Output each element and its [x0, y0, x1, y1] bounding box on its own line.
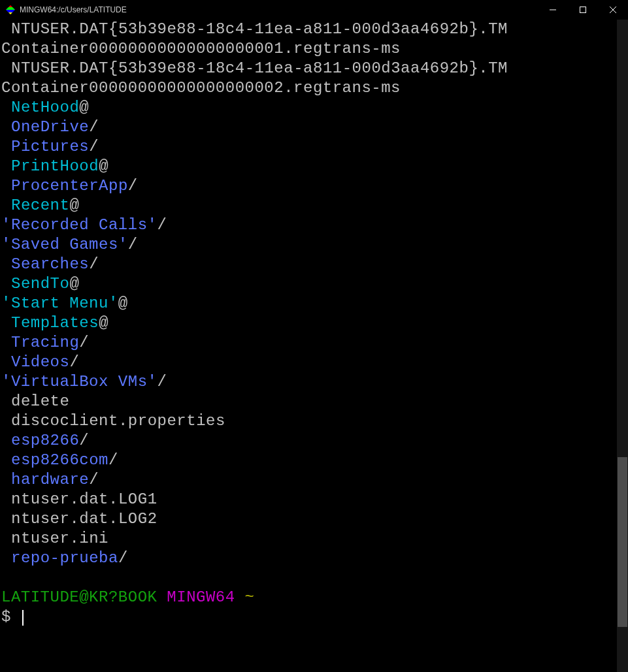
window-title: MINGW64:/c/Users/LATITUDE	[20, 5, 538, 14]
scrollbar-thumb[interactable]	[618, 457, 627, 627]
prompt-user-host: LATITUDE@KR?BOOK	[1, 588, 157, 606]
terminal-text: Videos	[11, 353, 69, 371]
terminal-text: ProcenterApp	[11, 177, 128, 195]
prompt-symbol: $	[1, 608, 21, 626]
terminal-line: Container00000000000000000002.regtrans-m…	[1, 78, 628, 98]
terminal-output[interactable]: NTUSER.DAT{53b39e88-18c4-11ea-a811-000d3…	[0, 20, 628, 672]
terminal-line: Videos/	[1, 353, 628, 372]
terminal-line: NetHood@	[1, 98, 628, 118]
terminal-line: ntuser.dat.LOG1	[1, 490, 628, 509]
terminal-text: @	[99, 314, 108, 332]
terminal-text: @	[118, 295, 128, 312]
terminal-text: @	[79, 99, 89, 116]
terminal-text: NTUSER.DAT{53b39e88-18c4-11ea-a811-000d3…	[11, 59, 508, 77]
terminal-line: esp8266/	[1, 431, 628, 451]
terminal-text: NetHood	[11, 99, 79, 116]
terminal-text: /	[69, 353, 79, 371]
terminal-text: Tracing	[11, 334, 79, 351]
terminal-text: ntuser.dat.LOG1	[11, 490, 157, 508]
prompt-line: LATITUDE@KR?BOOK MINGW64 ~	[1, 588, 628, 607]
terminal-line: 'Saved Games'/	[1, 235, 628, 255]
scrollbar-track[interactable]	[617, 20, 628, 672]
terminal-text: @	[99, 157, 108, 175]
terminal-text: esp8266	[11, 432, 79, 449]
terminal-text: ntuser.ini	[11, 530, 108, 547]
terminal-line: Templates@	[1, 313, 628, 333]
terminal-line: NTUSER.DAT{53b39e88-18c4-11ea-a811-000d3…	[1, 59, 628, 78]
terminal-line: ntuser.ini	[1, 529, 628, 549]
terminal-line: OneDrive/	[1, 118, 628, 137]
terminal-text: /	[79, 334, 89, 351]
terminal-text: esp8266com	[11, 451, 108, 469]
terminal-text: /	[157, 216, 167, 234]
terminal-line: NTUSER.DAT{53b39e88-18c4-11ea-a811-000d3…	[1, 20, 628, 39]
terminal-text: /	[108, 451, 118, 469]
terminal-text: Container00000000000000000002.regtrans-m…	[1, 79, 401, 97]
cursor	[22, 610, 24, 626]
window-controls	[538, 0, 628, 20]
terminal-line: Recent@	[1, 196, 628, 216]
terminal-line: delete	[1, 392, 628, 411]
terminal-text: 'Saved Games'	[1, 236, 128, 253]
prompt-env: MINGW64	[167, 588, 235, 606]
terminal-text: /	[118, 549, 128, 567]
app-icon	[5, 5, 16, 15]
terminal-text: /	[128, 177, 138, 195]
terminal-text: /	[89, 255, 99, 273]
terminal-text: Recent	[11, 197, 69, 214]
terminal-text: Searches	[11, 255, 89, 273]
terminal-text: OneDrive	[11, 118, 89, 136]
terminal-text: discoclient.properties	[11, 412, 225, 430]
terminal-text: ntuser.dat.LOG2	[11, 510, 157, 528]
terminal-text: Pictures	[11, 138, 89, 155]
terminal-text: /	[89, 471, 99, 488]
maximize-button[interactable]	[568, 0, 598, 20]
terminal-text: @	[69, 275, 79, 293]
terminal-text: delete	[11, 392, 69, 410]
minimize-button[interactable]	[538, 0, 568, 20]
terminal-text: /	[89, 138, 99, 155]
terminal-line: ntuser.dat.LOG2	[1, 509, 628, 529]
terminal-blank-line	[1, 568, 628, 588]
terminal-text: NTUSER.DAT{53b39e88-18c4-11ea-a811-000d3…	[11, 20, 508, 38]
terminal-line: Container00000000000000000001.regtrans-m…	[1, 39, 628, 59]
terminal-text: @	[69, 197, 79, 214]
titlebar[interactable]: MINGW64:/c/Users/LATITUDE	[0, 0, 628, 20]
terminal-text: hardware	[11, 471, 89, 488]
terminal-text: SendTo	[11, 275, 69, 293]
terminal-text: Container00000000000000000001.regtrans-m…	[1, 40, 401, 57]
close-button[interactable]	[598, 0, 628, 20]
svg-rect-0	[580, 7, 586, 13]
terminal-line: ProcenterApp/	[1, 176, 628, 196]
terminal-text: 'VirtualBox VMs'	[1, 373, 157, 391]
terminal-line: SendTo@	[1, 274, 628, 294]
prompt-symbol-line[interactable]: $	[1, 607, 628, 627]
terminal-line: discoclient.properties	[1, 411, 628, 431]
terminal-line: PrintHood@	[1, 157, 628, 176]
terminal-text: 'Start Menu'	[1, 295, 118, 312]
terminal-text: PrintHood	[11, 157, 99, 175]
terminal-text: repo-prueba	[11, 549, 118, 567]
terminal-line: Tracing/	[1, 333, 628, 353]
terminal-line: 'VirtualBox VMs'/	[1, 372, 628, 392]
terminal-text: Templates	[11, 314, 99, 332]
terminal-text: /	[89, 118, 99, 136]
terminal-line: Pictures/	[1, 137, 628, 157]
terminal-text: 'Recorded Calls'	[1, 216, 157, 234]
terminal-line: 'Recorded Calls'/	[1, 216, 628, 235]
terminal-text: /	[128, 236, 138, 253]
terminal-line: 'Start Menu'@	[1, 294, 628, 313]
terminal-text: /	[157, 373, 167, 391]
terminal-line: esp8266com/	[1, 451, 628, 470]
terminal-line: Searches/	[1, 255, 628, 274]
prompt-path: ~	[245, 588, 255, 606]
terminal-text: /	[79, 432, 89, 449]
terminal-line: hardware/	[1, 470, 628, 490]
terminal-line: repo-prueba/	[1, 549, 628, 568]
